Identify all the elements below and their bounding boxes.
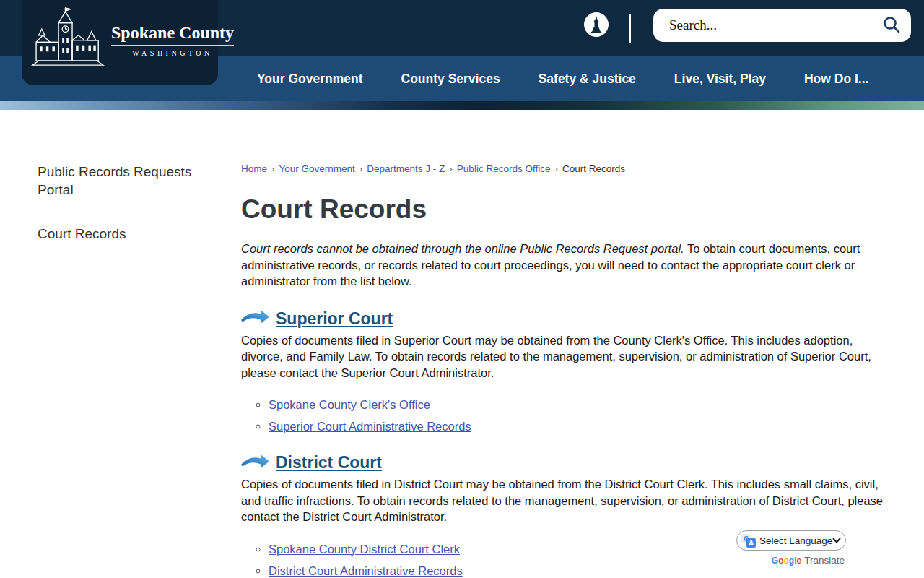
logo-subtitle: WASHINGTON xyxy=(132,49,212,57)
gradient-strip xyxy=(0,101,924,110)
breadcrumb-home[interactable]: Home xyxy=(241,163,267,174)
breadcrumb-departments[interactable]: Departments J - Z xyxy=(367,163,445,174)
svg-text:A: A xyxy=(749,540,754,547)
language-select-label: Select Language xyxy=(759,535,832,546)
superior-court-body: Copies of documents filed in Superior Co… xyxy=(241,332,891,381)
nav-how-do-i[interactable]: How Do I... xyxy=(804,72,868,87)
breadcrumb-separator: › xyxy=(554,163,558,174)
breadcrumb-separator: › xyxy=(271,163,275,174)
county-logo[interactable]: Spokane County WASHINGTON xyxy=(22,0,218,85)
arrow-icon xyxy=(241,309,270,328)
breadcrumb-separator: › xyxy=(359,163,363,174)
link-superior-admin-records[interactable]: Superior Court Administrative Records xyxy=(269,420,471,433)
intro-paragraph: Court records cannot be obtained through… xyxy=(241,241,891,290)
chevron-down-icon xyxy=(832,534,841,547)
arrow-icon xyxy=(241,454,270,473)
logo-text: Spokane County WASHINGTON xyxy=(111,23,234,59)
content-area: Public Records Requests Portal Court Rec… xyxy=(0,110,924,578)
breadcrumb-current: Court Records xyxy=(562,163,625,174)
page-title: Court Records xyxy=(241,194,891,225)
district-court-heading-row: District Court xyxy=(241,453,891,473)
courthouse-illustration-icon xyxy=(27,4,108,77)
search-icon xyxy=(882,15,901,36)
link-district-court-clerk[interactable]: Spokane County District Court Clerk xyxy=(269,543,460,556)
list-item: District Court Administrative Records xyxy=(269,564,891,578)
language-select[interactable]: G A Select Language xyxy=(736,530,846,551)
site-header: Spokane County WASHINGTON xyxy=(0,0,924,110)
intro-italic-sentence: Court records cannot be obtained through… xyxy=(241,242,684,255)
google-translate-widget: G A Select Language GoogleTranslate xyxy=(736,530,846,566)
logo-title: Spokane County xyxy=(111,23,234,46)
google-translate-icon: G A xyxy=(741,533,756,548)
breadcrumb-your-government[interactable]: Your Government xyxy=(279,163,355,174)
nav-safety-justice[interactable]: Safety & Justice xyxy=(539,72,636,87)
superior-court-heading-row: Superior Court xyxy=(241,309,891,329)
list-item: Spokane County Clerk's Office xyxy=(269,398,891,412)
nav-live-visit-play[interactable]: Live, Visit, Play xyxy=(674,72,766,87)
sidebar-item-court-records[interactable]: Court Records xyxy=(11,210,222,254)
nav-county-services[interactable]: County Services xyxy=(401,72,500,87)
nav-your-government[interactable]: Your Government xyxy=(257,72,363,87)
translate-label: Translate xyxy=(804,555,845,566)
search-button[interactable] xyxy=(882,15,901,36)
breadcrumb: Home›Your Government›Departments J - Z›P… xyxy=(241,163,891,174)
link-district-admin-records[interactable]: District Court Administrative Records xyxy=(269,564,463,577)
google-translate-branding[interactable]: GoogleTranslate xyxy=(736,555,846,566)
superior-court-links: Spokane County Clerk's Office Superior C… xyxy=(241,398,891,434)
header-divider xyxy=(629,14,631,43)
google-logo: Google xyxy=(772,555,801,566)
district-court-heading-link[interactable]: District Court xyxy=(276,453,382,473)
breadcrumb-public-records-office[interactable]: Public Records Office xyxy=(457,163,551,174)
superior-court-heading-link[interactable]: Superior Court xyxy=(276,309,393,329)
sidebar-item-public-records-portal[interactable]: Public Records Requests Portal xyxy=(11,148,222,210)
page: Spokane County WASHINGTON xyxy=(0,0,924,578)
breadcrumb-separator: › xyxy=(449,163,453,174)
link-county-clerks-office[interactable]: Spokane County Clerk's Office xyxy=(269,398,430,411)
search-box xyxy=(653,9,911,42)
header-top-bar: Spokane County WASHINGTON xyxy=(0,0,924,56)
main-content: Home›Your Government›Departments J - Z›P… xyxy=(241,110,891,578)
district-court-body: Copies of documents filed in District Co… xyxy=(241,476,891,525)
superior-court-section: Superior Court Copies of documents filed… xyxy=(241,309,891,434)
list-item: Superior Court Administrative Records xyxy=(269,420,891,434)
county-seal-icon[interactable] xyxy=(584,12,609,37)
search-input[interactable] xyxy=(668,17,882,34)
sidebar: Public Records Requests Portal Court Rec… xyxy=(0,110,222,578)
